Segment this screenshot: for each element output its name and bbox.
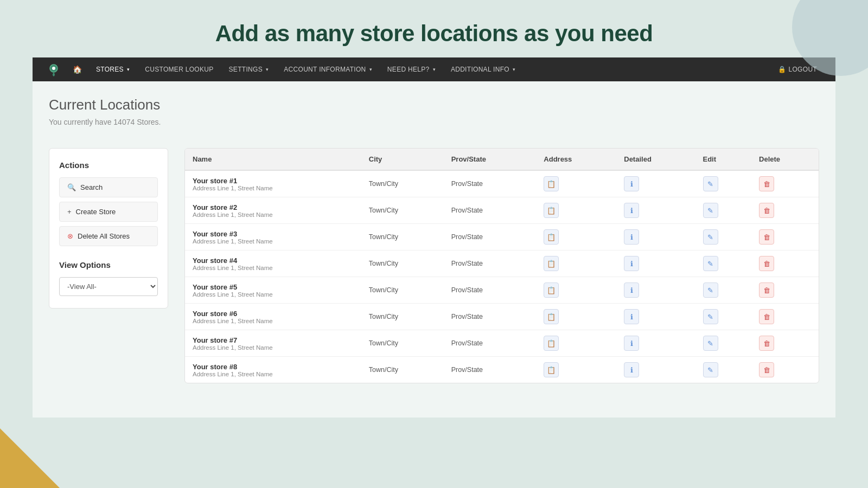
nav-need-help[interactable]: NEED HELP? ▾ [380,57,443,81]
address-icon-btn[interactable]: 📋 [544,203,559,218]
stores-table: Name City Prov/State Address Detailed Ed… [185,149,819,383]
store-name: Your store #2 [193,203,354,211]
cell-delete: 🗑 [751,330,819,357]
table-header-row: Name City Prov/State Address Detailed Ed… [185,149,819,170]
address-icon-btn[interactable]: 📋 [544,362,559,377]
edit-icon-btn[interactable]: ✎ [703,362,718,377]
cell-prov-state: Prov/State [444,197,537,224]
table-row: Your store #3 Address Line 1, Street Nam… [185,224,819,251]
delete-icon-btn[interactable]: 🗑 [759,362,774,377]
store-address: Address Line 1, Street Name [193,344,354,351]
detailed-icon-btn[interactable]: ℹ [624,203,639,218]
nav-settings[interactable]: SETTINGS ▾ [221,57,277,81]
chevron-icon: ▾ [433,67,436,72]
nav-customer-lookup[interactable]: CUSTOMER LOOKUP [137,57,221,81]
address-icon-btn[interactable]: 📋 [544,336,559,351]
cell-delete: 🗑 [751,277,819,304]
delete-icon-btn[interactable]: 🗑 [759,176,774,191]
cell-detailed: ℹ [616,304,695,330]
view-options-section: View Options -View All- Active Inactive [59,260,158,296]
edit-icon-btn[interactable]: ✎ [703,282,718,298]
detailed-icon-btn[interactable]: ℹ [624,309,639,324]
edit-icon-btn[interactable]: ✎ [703,336,718,351]
edit-icon-btn[interactable]: ✎ [703,309,718,324]
navbar: 🏠 STORES ▾ CUSTOMER LOOKUP SETTINGS ▾ AC… [33,57,835,81]
store-name: Your store #3 [193,230,354,238]
view-options-select[interactable]: -View All- Active Inactive [59,277,158,296]
edit-icon-btn[interactable]: ✎ [703,256,718,271]
cell-detailed: ℹ [616,330,695,357]
cell-city: Town/City [361,224,444,251]
cell-delete: 🗑 [751,251,819,277]
address-icon-btn[interactable]: 📋 [544,229,559,245]
delete-icon-btn[interactable]: 🗑 [759,229,774,245]
detailed-icon-btn[interactable]: ℹ [624,256,639,271]
table-row: Your store #6 Address Line 1, Street Nam… [185,304,819,330]
cell-city: Town/City [361,170,444,197]
address-icon-btn[interactable]: 📋 [544,282,559,298]
cell-name: Your store #7 Address Line 1, Street Nam… [185,330,361,357]
cell-name: Your store #6 Address Line 1, Street Nam… [185,304,361,330]
cell-name: Your store #2 Address Line 1, Street Nam… [185,197,361,224]
address-icon-btn[interactable]: 📋 [544,309,559,324]
nav-additional-info[interactable]: ADDITIONAL INFO ▾ [443,57,523,81]
edit-icon-btn[interactable]: ✎ [703,229,718,245]
delete-icon: ⊗ [67,232,73,240]
col-name: Name [185,149,361,170]
delete-icon-btn[interactable]: 🗑 [759,256,774,271]
view-options-title: View Options [59,260,158,269]
table-row: Your store #8 Address Line 1, Street Nam… [185,357,819,383]
logo[interactable] [43,59,64,80]
delete-icon-btn[interactable]: 🗑 [759,282,774,298]
cell-edit: ✎ [695,330,752,357]
store-address: Address Line 1, Street Name [193,265,354,271]
search-icon: 🔍 [67,183,76,191]
detailed-icon-btn[interactable]: ℹ [624,362,639,377]
edit-icon-btn[interactable]: ✎ [703,176,718,191]
store-address: Address Line 1, Street Name [193,211,354,218]
cell-edit: ✎ [695,304,752,330]
nav-stores[interactable]: STORES ▾ [88,57,137,81]
cell-delete: 🗑 [751,304,819,330]
nav-account-information[interactable]: ACCOUNT INFORMATION ▾ [276,57,380,81]
plus-icon: + [67,208,72,216]
store-address: Address Line 1, Street Name [193,185,354,191]
detailed-icon-btn[interactable]: ℹ [624,336,639,351]
main-content: Current Locations You currently have 140… [33,81,835,418]
content-row: Actions 🔍 Search + Create Store ⊗ Delete… [49,148,819,383]
delete-icon-btn[interactable]: 🗑 [759,336,774,351]
address-icon-btn[interactable]: 📋 [544,176,559,191]
edit-icon-btn[interactable]: ✎ [703,203,718,218]
cell-prov-state: Prov/State [444,357,537,383]
cell-address-icon: 📋 [536,330,616,357]
cell-address-icon: 📋 [536,277,616,304]
cell-address-icon: 📋 [536,224,616,251]
table-row: Your store #5 Address Line 1, Street Nam… [185,277,819,304]
detailed-icon-btn[interactable]: ℹ [624,282,639,298]
cell-delete: 🗑 [751,357,819,383]
decorative-triangle [0,428,60,488]
cell-name: Your store #4 Address Line 1, Street Nam… [185,251,361,277]
detailed-icon-btn[interactable]: ℹ [624,176,639,191]
delete-icon-btn[interactable]: 🗑 [759,309,774,324]
search-button[interactable]: 🔍 Search [59,177,158,197]
store-name: Your store #1 [193,177,354,185]
delete-icon-btn[interactable]: 🗑 [759,203,774,218]
store-name: Your store #5 [193,283,354,291]
store-name: Your store #6 [193,310,354,318]
address-icon-btn[interactable]: 📋 [544,256,559,271]
cell-edit: ✎ [695,251,752,277]
create-store-button[interactable]: + Create Store [59,202,158,222]
table-row: Your store #2 Address Line 1, Street Nam… [185,197,819,224]
col-address: Address [536,149,616,170]
detailed-icon-btn[interactable]: ℹ [624,229,639,245]
store-name: Your store #8 [193,363,354,371]
cell-city: Town/City [361,304,444,330]
nav-home[interactable]: 🏠 [66,57,88,81]
cell-city: Town/City [361,277,444,304]
cell-prov-state: Prov/State [444,330,537,357]
store-address: Address Line 1, Street Name [193,371,354,377]
table-row: Your store #4 Address Line 1, Street Nam… [185,251,819,277]
cell-city: Town/City [361,330,444,357]
delete-all-stores-button[interactable]: ⊗ Delete All Stores [59,226,158,246]
